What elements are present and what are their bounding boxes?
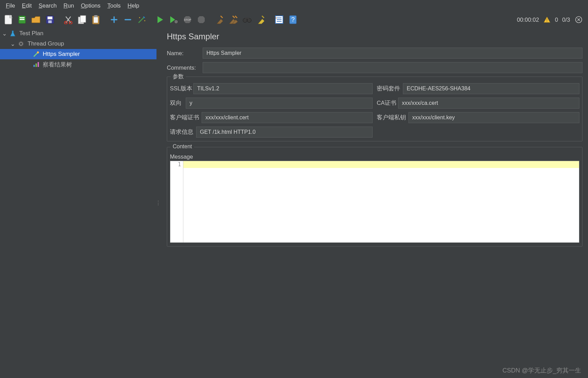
binoculars-icon — [242, 16, 252, 24]
menu-file[interactable]: File — [3, 2, 18, 10]
splitter[interactable]: ⋮ — [156, 28, 160, 378]
toggle-button[interactable] — [136, 14, 148, 26]
request-label: 请求信息 — [170, 128, 196, 136]
tree-https-sampler[interactable]: Https Sampler — [0, 49, 156, 59]
paste-button[interactable] — [90, 14, 102, 26]
svg-rect-4 — [20, 19, 24, 20]
menu-edit[interactable]: Edit — [20, 2, 34, 10]
file-new-icon — [4, 14, 13, 25]
svg-text:?: ? — [291, 16, 295, 23]
start-button[interactable] — [154, 14, 166, 26]
warning-count: 0 — [555, 17, 558, 23]
copy-icon — [78, 15, 87, 24]
collapse-all-button[interactable] — [122, 14, 134, 26]
cipher-input[interactable] — [403, 83, 579, 94]
svg-point-19 — [174, 20, 178, 24]
test-plan-tree[interactable]: ⌄ Test Plan ⌄ Thread Group Https Sampler — [0, 28, 156, 378]
params-legend: 参数 — [171, 73, 186, 80]
wand-icon — [137, 15, 146, 24]
list-icon — [274, 15, 284, 24]
chevron-down-icon[interactable]: ⌄ — [2, 30, 8, 37]
chevron-down-icon[interactable]: ⌄ — [10, 40, 16, 48]
save-button[interactable] — [44, 14, 56, 26]
menu-options[interactable]: Options — [79, 2, 103, 10]
name-input[interactable] — [203, 48, 582, 59]
params-fieldset: 参数 SSL版本 密码套件 双向 CA证书 — [167, 77, 582, 141]
tree-view-results-label: 察看结果树 — [43, 61, 72, 69]
search-button[interactable] — [241, 14, 253, 26]
expand-all-button[interactable] — [108, 14, 120, 26]
bidir-label: 双向 — [170, 99, 186, 107]
svg-rect-13 — [94, 17, 98, 23]
help-icon: ? — [289, 15, 297, 24]
cut-button[interactable] — [62, 14, 74, 26]
svg-text:!: ! — [546, 18, 547, 23]
tree-view-results[interactable]: 察看结果树 — [0, 59, 156, 70]
warnings-indicator[interactable]: ! — [543, 16, 551, 23]
svg-point-35 — [37, 51, 39, 53]
svg-rect-37 — [36, 63, 37, 67]
content-fieldset: Content Message 1 — [167, 147, 582, 247]
start-no-pause-button[interactable] — [168, 14, 180, 26]
gear-icon — [17, 40, 25, 48]
line-number: 1 — [170, 161, 181, 168]
help-button[interactable]: ? — [287, 14, 299, 26]
comments-label: Comments: — [167, 64, 203, 71]
svg-point-27 — [276, 18, 277, 19]
toolbar-status: 00:00:02 ! 0 0/3 — [517, 15, 585, 24]
broom-icon — [215, 15, 224, 24]
open-button[interactable] — [30, 14, 42, 26]
cut-icon — [64, 15, 73, 24]
new-button[interactable] — [3, 14, 14, 26]
copy-button[interactable] — [76, 14, 88, 26]
toolbar: STOP ? 00:00:02 ! 0 0/3 — [0, 12, 588, 28]
message-editor[interactable]: 1 — [170, 161, 579, 243]
play-clock-icon — [169, 16, 178, 24]
plus-icon — [110, 16, 118, 23]
ssl-version-label: SSL版本 — [170, 85, 193, 92]
request-input[interactable] — [196, 127, 373, 138]
clear-button[interactable] — [214, 14, 225, 26]
svg-rect-7 — [48, 20, 52, 23]
svg-text:STOP: STOP — [184, 18, 191, 21]
threads-count: 0/3 — [562, 17, 570, 23]
svg-rect-38 — [38, 62, 39, 67]
stop-button[interactable]: STOP — [182, 14, 193, 26]
content-legend: Content — [171, 143, 194, 150]
tree-thread-group[interactable]: ⌄ Thread Group — [0, 39, 156, 49]
shutdown-icon — [197, 16, 205, 24]
play-icon — [156, 16, 164, 24]
expand-toggle[interactable] — [574, 15, 583, 24]
svg-rect-14 — [94, 15, 98, 17]
message-label: Message — [170, 153, 579, 160]
expand-icon — [575, 16, 582, 23]
comments-input[interactable] — [203, 62, 582, 73]
menu-search[interactable]: Search — [36, 2, 59, 10]
save-icon — [45, 15, 54, 24]
tree-https-sampler-label: Https Sampler — [43, 51, 80, 58]
reset-search-button[interactable] — [255, 14, 267, 26]
svg-point-15 — [139, 17, 140, 18]
tree-test-plan[interactable]: ⌄ Test Plan — [0, 28, 156, 39]
menubar: File Edit Search Run Options Tools Help — [0, 0, 588, 12]
ca-cert-input[interactable] — [398, 98, 579, 109]
menu-tools[interactable]: Tools — [105, 2, 123, 10]
stop-icon: STOP — [183, 16, 192, 24]
client-cert-input[interactable] — [202, 112, 373, 123]
chart-icon — [32, 61, 40, 68]
function-helper-button[interactable] — [273, 14, 285, 26]
editor-textarea[interactable] — [183, 161, 579, 242]
ssl-version-input[interactable] — [193, 83, 373, 94]
menu-help[interactable]: Help — [125, 2, 142, 10]
cipher-label: 密码套件 — [377, 85, 403, 92]
editor-current-line — [183, 161, 579, 168]
svg-rect-6 — [48, 17, 52, 19]
menu-run[interactable]: Run — [61, 2, 76, 10]
svg-marker-17 — [158, 16, 163, 23]
bidir-input[interactable] — [186, 98, 373, 109]
clear-all-button[interactable] — [227, 14, 239, 26]
client-key-input[interactable] — [408, 112, 579, 123]
templates-button[interactable] — [17, 14, 28, 26]
shutdown-button[interactable] — [195, 14, 207, 26]
templates-icon — [18, 15, 27, 24]
